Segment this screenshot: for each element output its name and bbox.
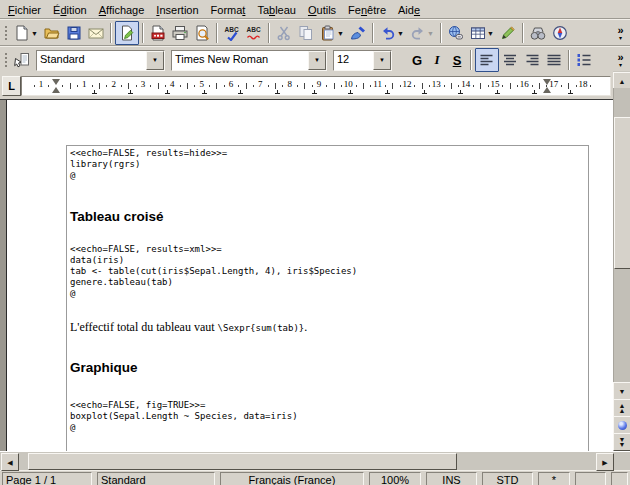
- align-left-button[interactable]: [475, 48, 499, 72]
- ruler-tick: [326, 85, 327, 87]
- font-size-combo[interactable]: 12 ▼: [333, 50, 392, 71]
- dropdown-arrow-icon[interactable]: ▼: [337, 30, 344, 37]
- export-pdf-button[interactable]: [147, 22, 169, 44]
- draw-functions-button[interactable]: [497, 22, 519, 44]
- menu-insertion[interactable]: Insertion: [150, 2, 204, 18]
- info-field[interactable]: [611, 472, 628, 485]
- next-page-button[interactable]: ▼▼: [613, 433, 630, 451]
- font-name-value[interactable]: Times New Roman: [172, 51, 308, 70]
- menu-fichier[interactable]: Fichier: [2, 2, 47, 18]
- paste-button[interactable]: ▼: [317, 22, 347, 44]
- signature-field[interactable]: [575, 472, 606, 485]
- toolbar-separator: [142, 23, 144, 43]
- menu-fenetre[interactable]: Fenêtre: [342, 2, 392, 18]
- toolbar-overflow-button[interactable]: » ▾: [613, 21, 628, 45]
- selection-mode-field[interactable]: STD: [482, 472, 533, 485]
- ruler-number: 18: [578, 79, 587, 90]
- combo-dropdown-button[interactable]: ▼: [146, 51, 164, 70]
- undo-button[interactable]: ▼: [377, 22, 407, 44]
- ruler-tick: [92, 85, 93, 87]
- ruler-half-tick: [70, 83, 71, 89]
- code-chunk-1: <<echo=FALSE, results=hide>>=library(rgr…: [70, 148, 227, 181]
- down-arrow-icon: ▼: [619, 388, 626, 395]
- language-field[interactable]: Français (France): [220, 472, 364, 485]
- horizontal-scrollbar-thumb[interactable]: [28, 453, 457, 470]
- ruler-tick: [370, 85, 371, 87]
- bold-button[interactable]: G: [407, 49, 427, 71]
- toolbar-overflow-button[interactable]: » ▾: [613, 48, 628, 72]
- toolbar-separator: [268, 23, 270, 43]
- print-button[interactable]: [169, 22, 191, 44]
- modified-flag-field[interactable]: *: [538, 472, 570, 485]
- styles-formatting-button[interactable]: [11, 49, 33, 71]
- font-size-value[interactable]: 12: [334, 51, 373, 70]
- vertical-scrollbar-thumb[interactable]: [614, 117, 630, 269]
- ruler-tab-stop: [128, 89, 133, 94]
- menu-affichage[interactable]: Affichage: [93, 2, 151, 18]
- vertical-scrollbar-track[interactable]: [613, 88, 630, 382]
- code-line: @: [70, 422, 298, 433]
- tab-selector-button[interactable]: L: [2, 76, 21, 96]
- abc-label: ABC: [247, 26, 261, 33]
- code-line: <<echo=FALSE, results=hide>>=: [70, 148, 227, 159]
- paragraph-style-combo[interactable]: Standard ▼: [36, 50, 165, 71]
- auto-spellcheck-button[interactable]: ABC: [243, 22, 265, 44]
- left-indent-marker[interactable]: [52, 78, 61, 94]
- underline-button[interactable]: S: [447, 49, 467, 71]
- writer-window: Fichier Édition Affichage Insertion Form…: [0, 0, 630, 485]
- save-button[interactable]: [63, 22, 85, 44]
- toolbar-drag-handle[interactable]: [3, 51, 9, 69]
- page-preview-button[interactable]: [191, 22, 213, 44]
- scroll-left-button[interactable]: ◀: [1, 453, 19, 471]
- dropdown-arrow-icon[interactable]: ▼: [487, 30, 494, 37]
- hyperlink-button[interactable]: [445, 22, 467, 44]
- spellcheck-button[interactable]: ABC: [221, 22, 243, 44]
- dropdown-arrow-icon[interactable]: ▼: [31, 30, 38, 37]
- code-line: @: [70, 288, 357, 299]
- page-style-field[interactable]: Standard: [97, 472, 215, 485]
- menu-edition[interactable]: Édition: [47, 2, 93, 18]
- ruler-tab-stop: [568, 89, 573, 94]
- navigator-button[interactable]: [549, 22, 571, 44]
- open-button[interactable]: [41, 22, 63, 44]
- cut-button: [273, 22, 295, 44]
- combo-dropdown-button[interactable]: ▼: [373, 51, 391, 70]
- scroll-right-button[interactable]: ▶: [596, 453, 614, 471]
- navigation-button[interactable]: [613, 416, 630, 434]
- find-replace-button[interactable]: [527, 22, 549, 44]
- justify-button[interactable]: [543, 49, 565, 71]
- ruler-scale[interactable]: 1123456789101112131415161718: [21, 76, 611, 96]
- menu-tableau[interactable]: Tableau: [251, 2, 302, 18]
- zoom-field[interactable]: 100%: [369, 472, 421, 485]
- scroll-down-button[interactable]: ▼: [613, 382, 630, 400]
- numbering-button[interactable]: [573, 49, 595, 71]
- hyperlink-icon: [448, 25, 464, 41]
- code-line: library(rgrs): [70, 159, 227, 170]
- toolbar-separator: [522, 23, 524, 43]
- send-email-button[interactable]: [85, 22, 107, 44]
- italic-button[interactable]: I: [427, 49, 447, 71]
- menu-outils[interactable]: Outils: [302, 2, 342, 18]
- redo-button: ▼: [407, 22, 437, 44]
- format-paintbrush-button[interactable]: [347, 22, 369, 44]
- horizontal-scrollbar[interactable]: ◀ ▶: [0, 451, 630, 470]
- menu-format[interactable]: Format: [205, 2, 252, 18]
- table-button[interactable]: ▼: [467, 22, 497, 44]
- spellcheck-icon: ABC: [224, 25, 240, 41]
- document-page[interactable]: <<echo=FALSE, results=hide>>=library(rgr…: [7, 100, 630, 451]
- page-number-field[interactable]: Page 1 / 1: [2, 472, 92, 485]
- combo-dropdown-button[interactable]: ▼: [308, 51, 326, 70]
- label: F: [8, 4, 15, 16]
- align-center-button[interactable]: [499, 49, 521, 71]
- toolbar-drag-handle[interactable]: [3, 24, 9, 42]
- paragraph-style-value[interactable]: Standard: [37, 51, 146, 70]
- dropdown-arrow-icon[interactable]: ▼: [397, 30, 404, 37]
- menu-aide[interactable]: Aide: [392, 2, 426, 18]
- insert-mode-field[interactable]: INS: [426, 472, 477, 485]
- vertical-scrollbar[interactable]: ▲ ▼ ▲▲ ▼▼: [613, 71, 630, 449]
- font-name-combo[interactable]: Times New Roman ▼: [171, 50, 327, 71]
- previous-page-button[interactable]: ▲▲: [613, 399, 630, 417]
- new-document-button[interactable]: ▼: [11, 22, 41, 44]
- align-right-button[interactable]: [521, 49, 543, 71]
- edit-file-button[interactable]: [115, 21, 139, 45]
